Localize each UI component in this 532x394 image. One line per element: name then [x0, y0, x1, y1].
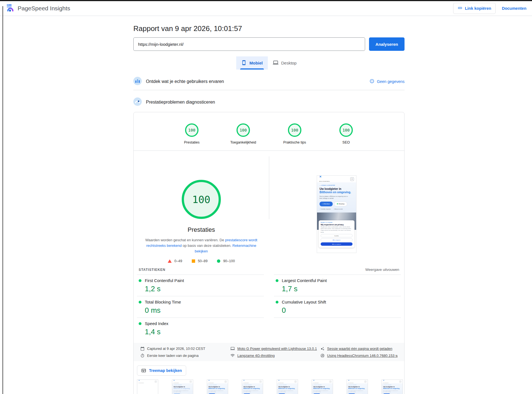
- preview-whatsapp-label: WhatsApp: [339, 203, 344, 205]
- filmstrip-frame: ✕ MIJN-LOODGIETER.NL ≡ — LOKALE LOODGIET…: [312, 379, 333, 394]
- preview-tagline: — LOKALE LOODGIETER: [209, 385, 226, 385]
- preview-hero: — LOKALE LOODGIETER Uw loodgieter in Bil…: [207, 383, 228, 394]
- diagnose-section: Prestatieproblemen diagnosticeren: [133, 97, 405, 107]
- filmstrip-frame: ✕ MIJN-LOODGIETER.NL ≡ — LOKALE LOODGIET…: [207, 379, 228, 394]
- preview-tagline: — LOKALE LOODGIETER: [320, 185, 354, 186]
- top-bar: PageSpeed Insights Link kopiëren Documen…: [0, 0, 532, 16]
- env-session[interactable]: Sessie waarbij één pagina wordt geladen: [320, 346, 398, 351]
- window-frame-left: [3, 6, 3, 394]
- pass-dot-icon: [139, 279, 141, 282]
- pass-dot-icon: [276, 301, 278, 304]
- category-score-best-practices[interactable]: 100 Praktische tips: [279, 123, 310, 144]
- preview-heading-line2: Bilthoven en omgeving.: [383, 388, 401, 389]
- field-data-icon: [133, 77, 142, 86]
- treemap-button[interactable]: Treemap bekijken: [137, 366, 186, 376]
- preview-header: ✕ MIJN-LOODGIETER.NL ≡: [347, 380, 368, 383]
- cookie-kicker: PRIVACY & COOKIES: [321, 222, 353, 223]
- site-preview: ✕ MIJN-LOODGIETER.NL ≡ — LOKALE LOODGIET…: [137, 380, 158, 394]
- smartphone-icon: [241, 60, 247, 66]
- hamburger-menu-icon: ≡: [399, 381, 401, 383]
- copy-link-label: Link kopiëren: [465, 6, 491, 11]
- preview-header: ✕ MIJN-LOODGIETER.NL ≡: [242, 380, 263, 383]
- preview-heading: Uw loodgieter in Bilthoven en omgeving.: [209, 386, 226, 390]
- preview-usp-2: Altijd persoonlijk: [335, 208, 343, 210]
- preview-logo: ✕ MIJN-LOODGIETER.NL: [138, 379, 144, 383]
- filmstrip: ✕ MIJN-LOODGIETER.NL ≡ — LOKALE LOODGIET…: [134, 376, 404, 394]
- env-device[interactable]: Moto G Power geëmuleerd with Lighthouse …: [230, 346, 318, 351]
- preview-header: ✕ MIJN-LOODGIETER.NL ≡: [172, 380, 193, 383]
- hamburger-menu-icon: ≡: [155, 381, 157, 383]
- cookie-text: Wij gebruiken alleen noodzakelijke cooki…: [321, 226, 353, 233]
- wrench-logo-icon: ✕: [243, 379, 249, 381]
- preview-tagline: — LOKALE LOODGIETER: [313, 385, 331, 385]
- performance-overview: 100 Prestaties Waarden worden geschat en…: [134, 151, 404, 265]
- env-browser[interactable]: Using HeadlessChromium 146.0.7680.153 wi…: [320, 353, 398, 358]
- url-input[interactable]: [133, 37, 365, 51]
- metrics-heading: STATISTIEKEN: [139, 268, 165, 272]
- tab-desktop[interactable]: Desktop: [268, 56, 302, 70]
- diagnose-title: Prestatieproblemen diagnosticeren: [146, 100, 215, 105]
- preview-heading-line2: Bilthoven en omgeving.: [320, 191, 354, 194]
- column-divider: [269, 156, 269, 219]
- window-frame-top: [0, 0, 532, 1]
- category-score-performance[interactable]: 100 Prestaties: [176, 123, 207, 144]
- preview-subtext: Snel ter plaatse in Bilthoven en omgevin…: [383, 390, 400, 392]
- preview-logo: ✕ MIJN-LOODGIETER.NL: [383, 379, 389, 383]
- env-throttle[interactable]: Langzame 4G-throttling: [230, 353, 318, 358]
- pass-dot-icon: [276, 279, 278, 282]
- copy-link-button[interactable]: Link kopiëren: [453, 3, 496, 14]
- preview-subtext: Snel ter plaatse in Bilthoven en omgevin…: [174, 390, 190, 392]
- info-icon: [370, 79, 374, 84]
- documentation-link[interactable]: Documenten: [502, 6, 526, 11]
- pass-dot-icon: [139, 301, 141, 304]
- category-label: Praktische tips: [283, 140, 306, 144]
- score-circle: 100: [339, 123, 353, 137]
- filmstrip-frame: ✕ MIJN-LOODGIETER.NL ≡ — LOKALE LOODGIET…: [347, 379, 368, 394]
- preview-heading-line1: Uw loodgieter in: [278, 386, 290, 388]
- preview-heading-line2: Bilthoven en omgeving.: [209, 388, 226, 389]
- preview-subtext: Snel ter plaatse in Bilthoven en omgevin…: [209, 390, 225, 392]
- env-load: Eerste keer laden van de pagina: [140, 353, 228, 358]
- score-legend: 0–49 50–89 90–100: [168, 259, 235, 263]
- metric-value: 1,7 s: [282, 285, 399, 293]
- wrench-logo-icon: ✕: [319, 175, 330, 178]
- no-data-link[interactable]: Geen gegevens: [370, 79, 405, 84]
- preview-brand: MIJN-LOODGIETER.NL: [313, 383, 319, 383]
- pass-circle-icon: [217, 259, 220, 263]
- preview-buttons: ✆ Bel direct WhatsApp: [320, 202, 354, 206]
- preview-brand: MIJN-LOODGIETER.NL: [208, 383, 214, 383]
- preview-heading-line1: Uw loodgieter in: [348, 386, 360, 388]
- preview-heading: Uw loodgieter in Bilthoven en omgeving.: [174, 386, 191, 390]
- metric-name: First Contentful Paint: [145, 278, 184, 283]
- tab-mobile[interactable]: Mobiel: [236, 56, 268, 70]
- wrench-logo-icon: ✕: [138, 379, 144, 381]
- preview-hero: — LOKALE LOODGIETER Uw loodgieter in Bil…: [277, 383, 298, 394]
- preview-header: ✕ MIJN-LOODGIETER.NL ≡: [312, 380, 333, 383]
- site-preview: ✕ MIJN-LOODGIETER.NL ≡ — LOKALE LOODGIET…: [382, 380, 403, 394]
- legend-pass: 90–100: [217, 259, 235, 263]
- preview-logo: ✕ MIJN-LOODGIETER.NL: [313, 379, 319, 383]
- filmstrip-frame: ✕ MIJN-LOODGIETER.NL ≡ — LOKALE LOODGIET…: [277, 379, 298, 394]
- category-score-seo[interactable]: 100 SEO: [330, 123, 362, 144]
- field-data-header: Ontdek wat je echte gebruikers ervaren: [133, 77, 224, 86]
- hamburger-menu-icon: ≡: [350, 177, 354, 181]
- site-preview: ✕ MIJN-LOODGIETER.NL ≡ — LOKALE LOODGIET…: [317, 176, 356, 248]
- preview-heading-line2: Bilthoven en omgeving.: [174, 388, 191, 389]
- filmstrip-frame: ✕ MIJN-LOODGIETER.NL ≡ — LOKALE LOODGIET…: [382, 379, 403, 394]
- category-score-accessibility[interactable]: 100 Toegankelijkheid: [228, 123, 259, 144]
- wrench-logo-icon: ✕: [208, 379, 214, 381]
- treemap-label: Treemap bekijken: [149, 368, 182, 373]
- preview-heading: Uw loodgieter in Bilthoven en omgeving.: [313, 386, 331, 390]
- cookie-reject-button: Alles weigeren: [321, 238, 353, 242]
- performance-score-gauge: 100: [182, 180, 221, 219]
- expand-view-toggle[interactable]: Weergave uitvouwen: [365, 268, 399, 272]
- preview-logo: ✕ MIJN-LOODGIETER.NL: [173, 379, 179, 383]
- preview-header: ✕ MIJN-LOODGIETER.NL ≡: [137, 380, 158, 383]
- preview-heading-line1: Uw loodgieter in: [383, 386, 395, 388]
- stopwatch-icon: [140, 354, 145, 358]
- category-label: SEO: [342, 140, 350, 144]
- analyze-button[interactable]: Analyseren: [369, 37, 405, 51]
- wrench-logo-icon: ✕: [348, 379, 354, 381]
- average-square-icon: [192, 259, 195, 263]
- lighthouse-report-card: 100 Prestaties 100 Toegankelijkheid 100 …: [133, 112, 405, 394]
